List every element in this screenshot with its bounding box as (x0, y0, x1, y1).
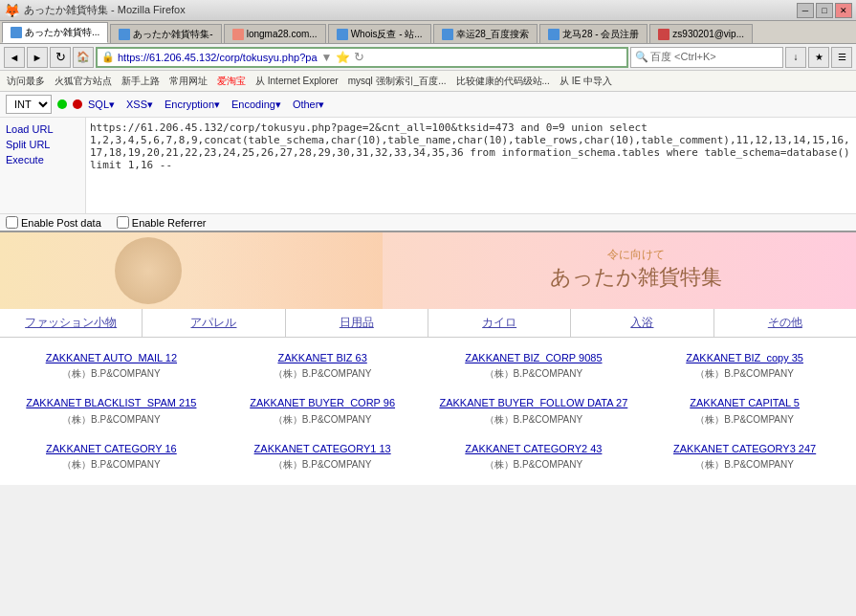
minimize-button[interactable]: ─ (797, 3, 814, 18)
address-bar-container[interactable]: 🔒 https://61.206.45.132/corp/tokusyu.php… (96, 47, 628, 68)
product-10: ZAKKANET CATEGORY2 43 （株）B.P&COMPANY (430, 436, 638, 477)
search-engine-icon: 🔍 (635, 51, 648, 63)
tab-7[interactable]: zs930201@vip... (649, 24, 753, 43)
browser-icon: 🦊 (4, 3, 20, 18)
product-name-3[interactable]: ZAKKANET BIZ_copy 35 (647, 351, 843, 364)
product-11: ZAKKANET CATEGORY3 247 （株）B.P&COMPANY (641, 436, 848, 477)
product-name-9[interactable]: ZAKKANET CATEGORY1 13 (225, 442, 421, 455)
product-3: ZAKKANET BIZ_copy 35 （株）B.P&COMPANY (641, 345, 848, 386)
bookmark-ie-import[interactable]: 从 Internet Explorer (252, 74, 341, 89)
hero-banner: 令に向けて あったか雑貨特集 (0, 232, 856, 309)
product-name-8[interactable]: ZAKKANET CATEGORY 16 (13, 442, 209, 455)
tools-panel: INT SQL▾ XSS▾ Encryption▾ Encoding▾ Othe… (0, 92, 856, 232)
refresh-icon[interactable]: ↻ (354, 50, 364, 64)
cat-bathing[interactable]: 入浴 (571, 309, 713, 337)
hero-small-text: 令に向けて (550, 247, 722, 263)
bookmark-ie-import2[interactable]: 从 IE 中导入 (557, 74, 615, 89)
close-button[interactable]: ✕ (835, 3, 852, 18)
enable-referrer-checkbox[interactable] (117, 216, 129, 229)
execute-button[interactable]: Execute (6, 152, 79, 167)
tab-label-1: あったか雑貨特... (25, 26, 99, 39)
tab-label-6: 龙马28 - 会员注册 (562, 28, 639, 41)
product-company-3: （株）B.P&COMPANY (647, 367, 843, 381)
product-company-8: （株）B.P&COMPANY (13, 458, 209, 472)
product-name-4[interactable]: ZAKKANET BLACKLIST_SPAM 215 (13, 396, 209, 409)
product-name-11[interactable]: ZAKKANET CATEGORY3 247 (647, 442, 843, 455)
other-menu[interactable]: Other▾ (293, 99, 325, 111)
tab-1[interactable]: あったか雑貨特... (2, 22, 108, 43)
bookmark-mysql[interactable]: mysql 强制索引_百度... (345, 74, 450, 89)
cat-apparel[interactable]: アパレル (143, 309, 285, 337)
xss-menu[interactable]: XSS▾ (126, 99, 153, 111)
product-0: ZAKKANET AUTO_MAIL 12 （株）B.P&COMPANY (8, 345, 215, 386)
navbar: ◄ ► ↻ 🏠 🔒 https://61.206.45.132/corp/tok… (0, 44, 856, 71)
tab-2[interactable]: あったか雑貨特集- (110, 24, 221, 43)
product-name-1[interactable]: ZAKKANET BIZ 63 (225, 351, 421, 364)
cat-other[interactable]: その他 (714, 309, 856, 337)
product-2: ZAKKANET BIZ_CORP 9085 （株）B.P&COMPANY (430, 345, 638, 386)
dropdown-icon[interactable]: ▼ (321, 51, 333, 64)
tab-favicon-7 (658, 29, 669, 40)
hero-large-text: あったか雑貨特集 (550, 263, 722, 292)
tab-label-4: Whois反查 - 站... (351, 28, 423, 41)
tab-5[interactable]: 幸运28_百度搜索 (433, 24, 538, 43)
url-textarea[interactable] (86, 118, 856, 213)
product-5: ZAKKANET BUYER_CORP 96 （株）B.P&COMPANY (219, 390, 427, 431)
menu-button[interactable]: ☰ (831, 47, 852, 68)
bookmarks-button[interactable]: ★ (808, 47, 829, 68)
bookmark-most-visited[interactable]: 访问最多 (4, 74, 48, 89)
product-9: ZAKKANET CATEGORY1 13 （株）B.P&COMPANY (219, 436, 427, 477)
cat-kairo[interactable]: カイロ (428, 309, 571, 337)
bookmark-firefox-official[interactable]: 火狐官方站点 (52, 74, 115, 89)
products-grid: ZAKKANET AUTO_MAIL 12 （株）B.P&COMPANY ZAK… (0, 338, 856, 485)
product-name-2[interactable]: ZAKKANET BIZ_CORP 9085 (436, 351, 632, 364)
product-1: ZAKKANET BIZ 63 （株）B.P&COMPANY (219, 345, 427, 386)
tab-3[interactable]: longma28.com... (224, 24, 326, 43)
product-company-1: （株）B.P&COMPANY (225, 367, 421, 381)
encryption-menu[interactable]: Encryption▾ (165, 99, 220, 111)
sql-menu[interactable]: SQL▾ (88, 99, 115, 111)
cat-daily[interactable]: 日用品 (286, 309, 428, 337)
search-bar-container[interactable]: 🔍 百度 <Ctrl+K> (630, 47, 783, 68)
enable-referrer-label[interactable]: Enable Referrer (117, 216, 207, 229)
split-url-button[interactable]: Split URL (6, 137, 79, 152)
product-name-10[interactable]: ZAKKANET CATEGORY2 43 (436, 442, 632, 455)
product-company-0: （株）B.P&COMPANY (13, 367, 209, 381)
titlebar-left: 🦊 あったか雑貨特集 - Mozilla Firefox (4, 3, 186, 18)
category-nav: ファッション小物 アパレル 日用品 カイロ 入浴 その他 (0, 309, 856, 338)
cat-fashion[interactable]: ファッション小物 (0, 309, 143, 337)
reload-button[interactable]: ↻ (50, 47, 71, 68)
bookmark-new-user[interactable]: 新手上路 (119, 74, 163, 89)
search-placeholder: 百度 <Ctrl+K> (650, 50, 716, 64)
maximize-button[interactable]: □ (816, 3, 833, 18)
product-name-0[interactable]: ZAKKANET AUTO_MAIL 12 (13, 351, 209, 364)
tools-row1: INT SQL▾ XSS▾ Encryption▾ Encoding▾ Othe… (0, 92, 856, 118)
bookmark-healthy-code[interactable]: 比较健康的代码级站... (453, 74, 553, 89)
home-button[interactable]: 🏠 (73, 47, 94, 68)
forward-button[interactable]: ► (27, 47, 48, 68)
tab-label-7: zs930201@vip... (672, 29, 744, 39)
hero-circle (115, 237, 182, 304)
product-name-5[interactable]: ZAKKANET BUYER_CORP 96 (225, 396, 421, 409)
tools-checkboxes: Enable Post data Enable Referrer (0, 213, 856, 231)
product-name-6[interactable]: ZAKKANET BUYER_FOLLOW DATA 27 (436, 396, 632, 409)
product-company-4: （株）B.P&COMPANY (13, 413, 209, 427)
enable-post-checkbox[interactable] (6, 216, 18, 229)
downloads-button[interactable]: ↓ (785, 47, 806, 68)
encoding-menu[interactable]: Encoding▾ (231, 99, 281, 111)
tab-favicon-6 (548, 29, 560, 40)
enable-post-label[interactable]: Enable Post data (6, 216, 101, 229)
tab-6[interactable]: 龙马28 - 会员注册 (539, 24, 647, 43)
product-company-2: （株）B.P&COMPANY (436, 367, 632, 381)
back-button[interactable]: ◄ (4, 47, 25, 68)
product-name-7[interactable]: ZAKKANET CAPITAL 5 (647, 396, 843, 409)
product-company-6: （株）B.P&COMPANY (436, 413, 632, 427)
bookmark-common-sites[interactable]: 常用网址 (166, 74, 210, 89)
bookmark-taobao[interactable]: 爱淘宝 (214, 74, 249, 89)
injection-type-select[interactable]: INT (6, 95, 52, 114)
tab-4[interactable]: Whois反查 - 站... (328, 24, 431, 43)
load-url-button[interactable]: Load URL (6, 121, 79, 137)
star-icon[interactable]: ⭐ (336, 51, 350, 64)
product-company-5: （株）B.P&COMPANY (225, 413, 421, 427)
tab-favicon-4 (337, 29, 348, 40)
